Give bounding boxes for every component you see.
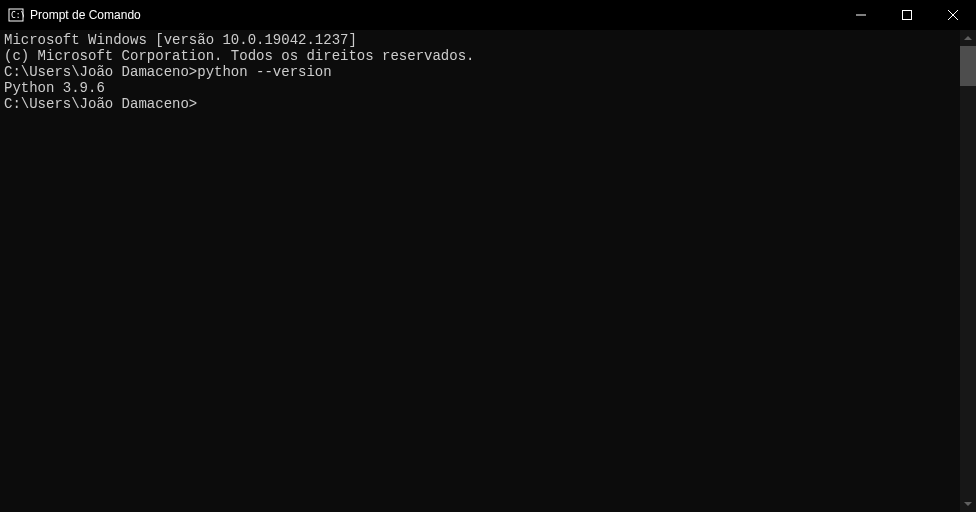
scroll-down-arrow-icon[interactable]	[960, 496, 976, 512]
terminal-area: Microsoft Windows [versão 10.0.19042.123…	[0, 30, 976, 512]
window-controls	[838, 0, 976, 30]
vertical-scrollbar[interactable]	[960, 30, 976, 512]
window-titlebar: C:\ Prompt de Comando	[0, 0, 976, 30]
scroll-up-arrow-icon[interactable]	[960, 30, 976, 46]
window-title: Prompt de Comando	[30, 8, 838, 22]
terminal-line: Microsoft Windows [versão 10.0.19042.123…	[4, 32, 956, 48]
minimize-button[interactable]	[838, 0, 884, 30]
scrollbar-thumb[interactable]	[960, 46, 976, 86]
close-button[interactable]	[930, 0, 976, 30]
svg-rect-3	[903, 11, 912, 20]
maximize-button[interactable]	[884, 0, 930, 30]
svg-marker-7	[964, 502, 972, 506]
terminal-line: (c) Microsoft Corporation. Todos os dire…	[4, 48, 956, 64]
cmd-icon: C:\	[8, 7, 24, 23]
terminal-line: C:\Users\João Damaceno>python --version	[4, 64, 956, 80]
svg-text:C:\: C:\	[11, 11, 24, 20]
svg-marker-6	[964, 36, 972, 40]
terminal-line: C:\Users\João Damaceno>	[4, 96, 956, 112]
terminal-line: Python 3.9.6	[4, 80, 956, 96]
terminal-output[interactable]: Microsoft Windows [versão 10.0.19042.123…	[0, 30, 960, 512]
